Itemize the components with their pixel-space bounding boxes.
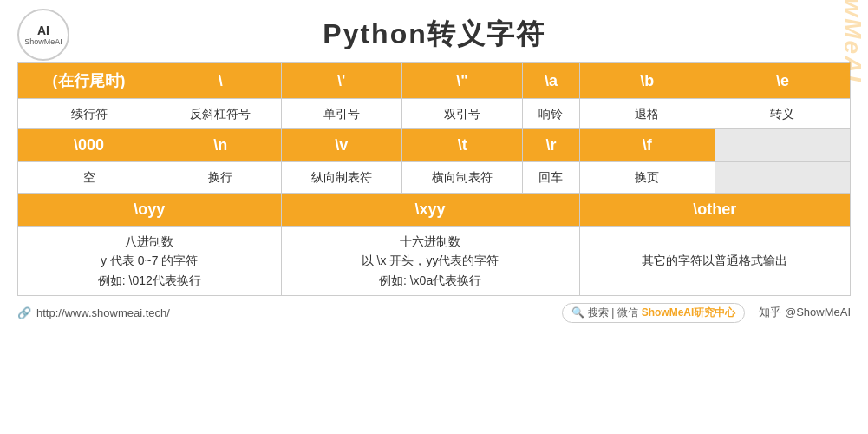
search-box[interactable]: 🔍 搜索 | 微信 ShowMeAI研究中心 [562,303,745,323]
logo-brand-text: ShowMeAI [24,37,62,47]
logo: AI ShowMeAI [17,9,69,61]
table-row-desc-3: 八进制数y 代表 0~7 的字符例如: \012代表换行 十六进制数以 \x 开… [18,226,851,295]
cell-bell: \a [523,63,579,99]
cell-bell-desc: 响铃 [523,99,579,129]
table-row-header-3: \oyy \xyy \other [18,193,851,226]
cell-t-desc: 横向制表符 [401,162,522,193]
cell-backspace: \b [579,63,715,99]
footer: 🔗 http://www.showmeai.tech/ 🔍 搜索 | 微信 Sh… [17,296,851,323]
search-label: 搜索 | 微信 [588,306,638,320]
cell-backslash-desc: 反斜杠符号 [160,99,281,129]
cell-eol-desc: 续行符 [18,99,160,129]
cell-t: \t [401,129,522,162]
cell-double-quote: \" [401,63,522,99]
cell-n: \n [160,129,281,162]
footer-right: 🔍 搜索 | 微信 ShowMeAI研究中心 知乎 @ShowMeAI [562,303,851,323]
cell-v: \v [281,129,401,162]
cell-single-quote-desc: 单引号 [281,99,401,129]
cell-escape: \e [715,63,850,99]
cell-oyy-desc: 八进制数y 代表 0~7 的字符例如: \012代表换行 [18,226,282,295]
cell-other: \other [579,193,850,226]
cell-empty-desc [715,162,850,193]
escape-chars-table: (在行尾时) \ \' \" \a \b \e 续行符 反斜杠符号 单引号 双引… [17,62,851,296]
header: AI ShowMeAI Python转义字符 [17,9,851,62]
cell-r: \r [523,129,579,162]
cell-empty [715,129,850,162]
cell-000: \000 [18,129,160,162]
table-row-desc-1: 续行符 反斜杠符号 单引号 双引号 响铃 退格 转义 [18,99,851,129]
footer-left: 🔗 http://www.showmeai.tech/ [17,306,170,319]
zhihu-label: 知乎 @ShowMeAI [759,305,851,320]
table-row-header-1: (在行尾时) \ \' \" \a \b \e [18,63,851,99]
cell-escape-desc: 转义 [715,99,850,129]
logo-ai-text: AI [37,23,49,37]
page-title: Python转义字符 [323,16,545,54]
main-container: AI ShowMeAI Python转义字符 ShowMeAI (在行尾时) \… [0,0,868,434]
cell-r-desc: 回车 [523,162,579,193]
website-url: http://www.showmeai.tech/ [36,306,170,319]
search-icon: 🔍 [571,306,584,319]
cell-oyy: \oyy [18,193,282,226]
cell-f: \f [579,129,715,162]
cell-backslash: \ [160,63,281,99]
cell-n-desc: 换行 [160,162,281,193]
cell-backspace-desc: 退格 [579,99,715,129]
link-icon: 🔗 [17,306,31,319]
cell-single-quote: \' [281,63,401,99]
cell-xyy-desc: 十六进制数以 \x 开头，yy代表的字符例如: \x0a代表换行 [281,226,579,295]
cell-double-quote-desc: 双引号 [401,99,522,129]
table-row-desc-2: 空 换行 纵向制表符 横向制表符 回车 换页 [18,162,851,193]
cell-f-desc: 换页 [579,162,715,193]
search-brand: ShowMeAI研究中心 [642,306,736,320]
cell-eol: (在行尾时) [18,63,160,99]
table-row-header-2: \000 \n \v \t \r \f [18,129,851,162]
cell-v-desc: 纵向制表符 [281,162,401,193]
cell-xyy: \xyy [281,193,579,226]
cell-000-desc: 空 [18,162,160,193]
cell-other-desc: 其它的字符以普通格式输出 [579,226,850,295]
